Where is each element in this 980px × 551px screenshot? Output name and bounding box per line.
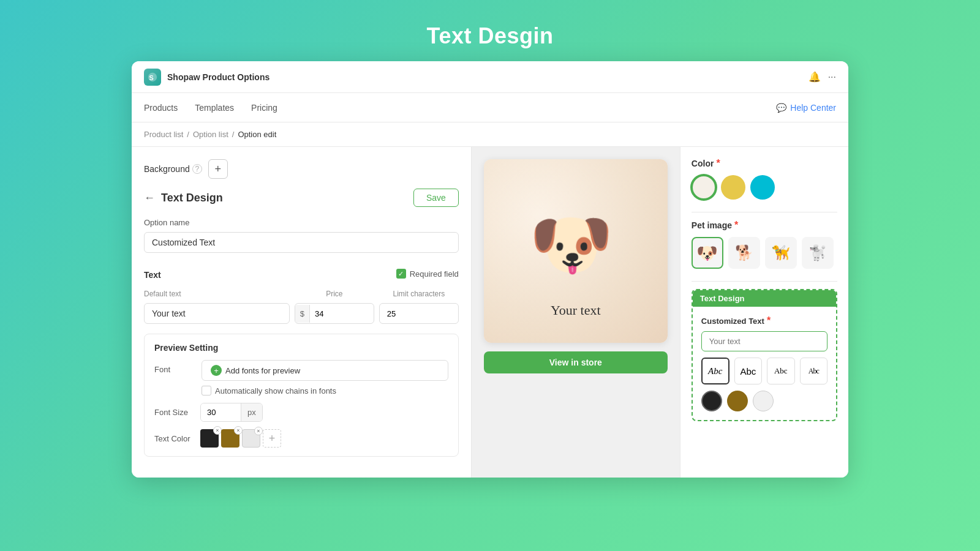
font-option-4[interactable]: Abc (800, 358, 827, 384)
text-color-options-small (701, 391, 827, 411)
add-color-button[interactable]: + (263, 429, 281, 448)
option-name-input[interactable] (144, 232, 459, 253)
breadcrumb-sep-1: / (187, 130, 189, 139)
required-field-toggle[interactable]: ✓ Required field (396, 269, 459, 279)
pet-img-1[interactable]: 🐶 (692, 237, 723, 269)
text-cols-header: Default text Price Limit characters (144, 290, 459, 301)
text-color-swatch-black[interactable]: × (200, 429, 219, 448)
product-preview: 🐶 Your text (484, 159, 668, 343)
customized-text-input[interactable] (701, 331, 827, 351)
help-icon: 💬 (776, 103, 786, 113)
customized-required-dot: * (767, 315, 771, 326)
price-input[interactable] (310, 305, 347, 323)
auto-chain-label: Automatically show chains in fonts (215, 386, 336, 395)
bell-icon[interactable]: 🔔 (809, 71, 821, 83)
font-options: Abc Abc Abc Abc (701, 358, 827, 384)
app-logo: S (144, 69, 161, 86)
info-icon: ? (192, 164, 202, 174)
pet-img-4[interactable]: 🐩 (802, 237, 834, 269)
text-color-swatches: × × × + (200, 429, 281, 448)
text-design-card-body: Customized Text * Abc Abc Abc Abc (693, 307, 836, 420)
color-option-teal[interactable] (750, 175, 775, 200)
app-window: S Shopaw Product Options 🔔 ··· Products … (132, 61, 848, 478)
text-color-swatch-light[interactable]: × (242, 429, 260, 448)
font-size-row: Font Size px (154, 403, 448, 422)
title-bar: S Shopaw Product Options 🔔 ··· (132, 61, 848, 93)
text-section: Text ✓ Required field Default text Price… (144, 261, 459, 324)
app-name-label: Shopaw Product Options (167, 72, 809, 82)
color-required-dot: * (716, 158, 720, 169)
nav-bar: Products Templates Pricing 💬 Help Center (132, 93, 848, 122)
default-text-col-header: Default text (144, 290, 290, 298)
check-icon: ✓ (398, 270, 404, 278)
pet-required-dot: * (734, 220, 738, 231)
add-fonts-label: Add fonts for preview (225, 366, 300, 375)
option-name-label: Option name (144, 218, 459, 227)
color-options (692, 175, 837, 200)
font-option-2[interactable]: Abc (734, 358, 762, 384)
nav-templates[interactable]: Templates (195, 100, 234, 115)
pet-img-2[interactable]: 🐕 (728, 237, 760, 269)
preview-your-text: Your text (551, 302, 601, 318)
text-fields-header: Text ✓ Required field (144, 261, 459, 286)
color-section-title: Color * (692, 158, 837, 169)
back-button[interactable]: ← (144, 192, 155, 204)
auto-chain-row: Automatically show chains in fonts (202, 386, 448, 395)
text-color-row: Text Color × × × + (154, 429, 448, 448)
color-option-white[interactable] (692, 175, 716, 200)
required-field-checkbox: ✓ (396, 269, 406, 279)
text-color-black[interactable] (701, 391, 722, 411)
swatch-remove-black[interactable]: × (213, 426, 222, 435)
text-color-label: Text Color (154, 434, 194, 443)
font-option-1[interactable]: Abc (701, 358, 729, 384)
right-panel: Color * Pet image * 🐶 🐕 (680, 147, 848, 478)
text-color-white[interactable] (753, 391, 774, 411)
price-col-header: Price (295, 290, 374, 298)
dog-emoji: 🐶 (529, 205, 613, 284)
swatch-remove-brown[interactable]: × (234, 426, 243, 435)
breadcrumb-sep-2: / (232, 130, 235, 139)
nav-products[interactable]: Products (144, 100, 178, 115)
font-option-3[interactable]: Abc (767, 358, 794, 384)
font-row: Font + Add fonts for preview Automatical… (154, 360, 448, 395)
pet-image-section: Pet image * 🐶 🐕 🦮 🐩 (692, 220, 837, 269)
preview-setting-section: Preview Setting Font + Add fonts for pre… (144, 334, 459, 457)
text-color-brown[interactable] (727, 391, 748, 411)
text-row: $ (144, 303, 459, 324)
text-design-card-header: Text Design (693, 290, 836, 307)
add-background-button[interactable]: + (208, 159, 228, 179)
px-label: px (241, 403, 262, 421)
swatch-remove-light[interactable]: × (254, 427, 263, 435)
text-design-nav: ← Text Design Save (144, 189, 459, 207)
add-fonts-button[interactable]: + Add fonts for preview (202, 360, 448, 381)
left-panel: Background ? + ← Text Design Save Option… (132, 147, 472, 478)
pet-images: 🐶 🐕 🦮 🐩 (692, 237, 837, 269)
color-section: Color * (692, 158, 837, 200)
breadcrumb-item-option-list[interactable]: Option list (193, 130, 228, 139)
auto-chain-checkbox[interactable] (202, 386, 211, 395)
divider-1 (692, 212, 837, 212)
limit-input[interactable] (379, 303, 459, 324)
option-name-section: Option name (144, 218, 459, 253)
limit-col-header: Limit characters (379, 290, 459, 298)
text-color-swatch-brown[interactable]: × (221, 429, 239, 448)
breadcrumb-item-product-list[interactable]: Product list (144, 130, 183, 139)
dots-menu-icon[interactable]: ··· (828, 72, 836, 83)
view-in-store-button[interactable]: View in store (484, 351, 668, 373)
nav-pricing[interactable]: Pricing (251, 100, 277, 115)
preview-setting-title: Preview Setting (154, 343, 448, 353)
font-label: Font (154, 365, 194, 374)
text-design-card: Text Design Customized Text * Abc Abc Ab… (692, 289, 837, 421)
svg-text:S: S (149, 73, 154, 81)
color-option-yellow[interactable] (721, 175, 745, 200)
customized-text-label: Customized Text * (701, 315, 827, 326)
pillow-background: 🐶 Your text (484, 159, 668, 343)
pet-img-3[interactable]: 🦮 (765, 237, 797, 269)
font-size-input[interactable] (201, 403, 241, 421)
default-text-input[interactable] (144, 303, 290, 324)
font-size-input-wrap: px (200, 403, 263, 422)
background-label: Background ? (144, 164, 202, 174)
title-bar-actions: 🔔 ··· (809, 71, 836, 83)
help-center-link[interactable]: 💬 Help Center (776, 103, 836, 113)
save-button[interactable]: Save (413, 189, 459, 207)
